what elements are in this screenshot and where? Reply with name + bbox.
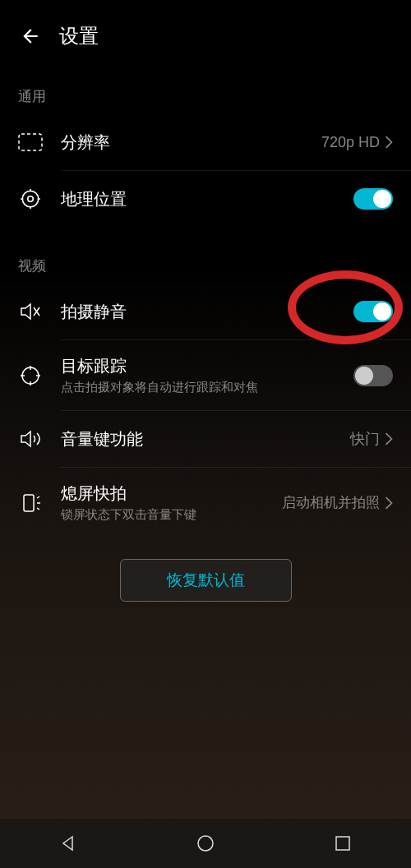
svg-rect-6 <box>336 837 349 850</box>
svg-point-2 <box>28 196 34 202</box>
resolution-title: 分辨率 <box>61 132 321 153</box>
tracking-title: 目标跟踪 <box>61 355 353 376</box>
row-volume-key[interactable]: 音量键功能 快门 <box>0 411 411 467</box>
svg-point-5 <box>198 836 213 851</box>
navigation-bar <box>0 819 411 868</box>
header: 设置 <box>0 0 411 69</box>
speaker-icon <box>18 427 43 451</box>
quick-snap-title: 熄屏快拍 <box>61 482 282 504</box>
location-icon <box>18 187 43 211</box>
quick-snap-subtitle: 锁屏状态下双击音量下键 <box>61 507 282 523</box>
quick-snap-icon <box>18 491 43 515</box>
chevron-right-icon <box>385 496 393 510</box>
triangle-back-icon <box>59 834 77 852</box>
row-tracking[interactable]: 目标跟踪 点击拍摄对象将自动进行跟踪和对焦 <box>0 340 411 410</box>
location-toggle[interactable] <box>353 188 393 210</box>
reset-defaults-button[interactable]: 恢复默认值 <box>120 559 292 602</box>
chevron-right-icon <box>385 432 393 446</box>
location-title: 地理位置 <box>61 188 353 210</box>
mute-toggle[interactable] <box>353 301 393 322</box>
nav-recent-button[interactable] <box>310 827 376 860</box>
nav-home-button[interactable] <box>173 827 238 860</box>
svg-rect-0 <box>19 134 42 150</box>
quick-snap-value: 启动相机并拍照 <box>282 493 380 512</box>
nav-back-button[interactable] <box>35 827 101 860</box>
row-quick-snap[interactable]: 熄屏快拍 锁屏状态下双击音量下键 启动相机并拍照 <box>0 468 411 538</box>
back-button[interactable] <box>18 24 43 48</box>
volume-key-value: 快门 <box>350 429 380 449</box>
page-title: 设置 <box>59 23 99 49</box>
circle-home-icon <box>196 834 215 852</box>
row-mute[interactable]: 拍摄静音 <box>0 284 411 339</box>
mute-icon <box>18 299 43 324</box>
svg-point-1 <box>22 191 39 207</box>
square-recent-icon <box>335 835 351 852</box>
volume-key-title: 音量键功能 <box>61 428 350 450</box>
arrow-left-icon <box>20 25 41 47</box>
chevron-right-icon <box>385 136 393 149</box>
resolution-icon <box>18 130 43 155</box>
mute-title: 拍摄静音 <box>61 301 353 322</box>
row-location[interactable]: 地理位置 <box>0 171 411 227</box>
section-general-label: 通用 <box>0 69 411 114</box>
target-icon <box>18 363 43 388</box>
tracking-toggle[interactable] <box>353 365 393 386</box>
row-resolution[interactable]: 分辨率 720p HD <box>0 114 411 170</box>
section-video-label: 视频 <box>0 238 411 284</box>
tracking-subtitle: 点击拍摄对象将自动进行跟踪和对焦 <box>61 380 353 395</box>
svg-rect-4 <box>24 495 34 511</box>
resolution-value: 720p HD <box>321 134 380 151</box>
